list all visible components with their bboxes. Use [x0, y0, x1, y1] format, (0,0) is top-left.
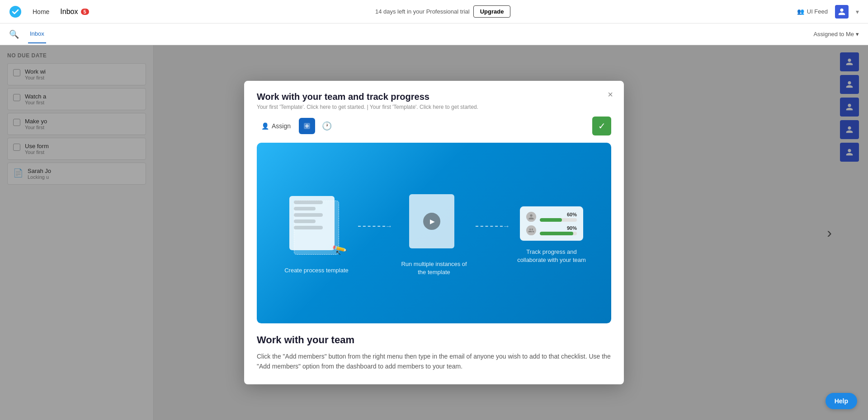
- cursor-icon: ↖: [335, 248, 341, 257]
- step1-label: Create process template: [284, 266, 349, 284]
- progress-avatar-1: [526, 212, 536, 222]
- assign-label: Assign: [272, 122, 291, 130]
- progress-row-1: 60%: [526, 212, 577, 222]
- step-arrow-2: →: [476, 222, 510, 230]
- svg-point-0: [9, 6, 21, 18]
- nav-center: 14 days left in your Professional trial …: [100, 5, 786, 18]
- search-icon[interactable]: 🔍: [9, 29, 19, 39]
- progress-bar-2: [540, 232, 573, 235]
- progress-graphic: 60% 90%: [520, 206, 583, 241]
- upgrade-button[interactable]: Upgrade: [473, 5, 511, 18]
- clock-icon[interactable]: 🕐: [319, 118, 335, 134]
- progress-pct-1: 60%: [540, 212, 577, 217]
- modal-illustration: ✏️ ↖ Create process template → ▶: [257, 143, 611, 323]
- inbox-badge: 5: [81, 9, 89, 15]
- video-graphic: ▶: [409, 194, 459, 253]
- tab-inbox[interactable]: Inbox: [28, 25, 46, 43]
- help-button[interactable]: Help: [826, 393, 857, 409]
- step-1: ✏️ ↖ Create process template: [275, 196, 358, 284]
- modal-subtitle-part2: Your first 'Template'. Click here to get…: [370, 104, 478, 110]
- illustration-content: ✏️ ↖ Create process template → ▶: [257, 143, 611, 323]
- logo[interactable]: [9, 5, 22, 18]
- step-2: ▶ Run multiple instances ofthe template: [392, 194, 476, 285]
- dropdown-arrow-icon[interactable]: ▾: [856, 8, 859, 15]
- check-icon: ✓: [598, 121, 606, 131]
- inbox-nav[interactable]: Inbox 5: [60, 8, 89, 16]
- second-nav: 🔍 Inbox Assigned to Me ▾: [0, 23, 868, 45]
- play-button-icon: ▶: [423, 213, 440, 230]
- doc-front: [289, 196, 335, 250]
- modal-header: Work with your team and track progress Y…: [244, 81, 624, 117]
- step-3: 60% 90%: [510, 206, 593, 273]
- progress-bar-1: [540, 218, 562, 222]
- modal-dialog: Work with your team and track progress Y…: [244, 81, 624, 384]
- inbox-label: Inbox: [60, 8, 78, 16]
- complete-button[interactable]: ✓: [592, 117, 611, 135]
- filter-chevron-icon: ▾: [856, 31, 859, 37]
- modal-body: Work with your team Click the "Add membe…: [244, 323, 624, 384]
- modal-body-title: Work with your team: [257, 334, 611, 346]
- step-arrow-1: →: [358, 222, 392, 230]
- progress-avatar-2: [526, 225, 536, 235]
- user-avatar-nav[interactable]: [835, 5, 849, 19]
- modal-close-button[interactable]: ×: [608, 90, 613, 99]
- main-content: No Due Date Work wi Your first Watch a Y…: [0, 45, 868, 420]
- modal-body-text: Click the "Add members" button from the …: [257, 351, 611, 372]
- trial-text: 14 days left in your Professional trial: [375, 8, 470, 15]
- modal-subtitle: Your first 'Template'. Click here to get…: [257, 104, 611, 110]
- step2-label: Run multiple instances ofthe template: [401, 260, 467, 285]
- modal-toolbar: 👤 Assign 🕐 ✓: [244, 117, 624, 143]
- assign-person-icon: 👤: [261, 122, 269, 130]
- users-icon: 👥: [797, 8, 804, 15]
- top-nav: Home Inbox 5 14 days left in your Profes…: [0, 0, 868, 23]
- assign-button[interactable]: 👤 Assign: [257, 120, 295, 132]
- nav-right: 👥 UI Feed ▾: [797, 5, 859, 19]
- template-graphic: ✏️ ↖: [289, 196, 344, 259]
- assigned-filter[interactable]: Assigned to Me ▾: [813, 31, 859, 37]
- modal-subtitle-part1: Your first 'Template'. Click here to get…: [257, 104, 365, 110]
- progress-pct-2: 90%: [540, 225, 577, 231]
- progress-row-2: 90%: [526, 225, 577, 235]
- blue-toggle-button[interactable]: [299, 118, 315, 134]
- step3-label: Track progress andcollaborate with your …: [517, 248, 586, 273]
- home-link[interactable]: Home: [33, 8, 49, 15]
- modal-title: Work with your team and track progress: [257, 92, 611, 102]
- ui-feed-button[interactable]: 👥 UI Feed: [797, 8, 828, 15]
